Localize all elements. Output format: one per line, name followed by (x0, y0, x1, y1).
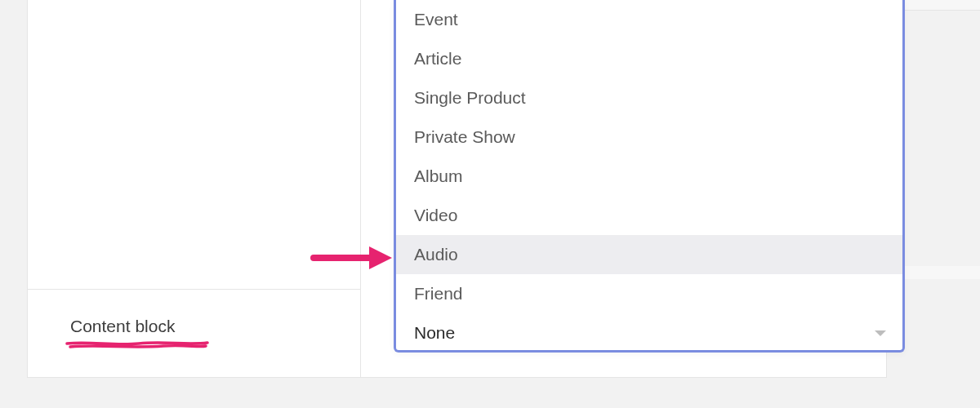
annotation-arrow-icon (310, 242, 395, 274)
chevron-down-icon (875, 330, 886, 336)
dropdown-option[interactable]: Video (396, 196, 902, 235)
dropdown-option[interactable]: Private Show (396, 118, 902, 157)
form-panel: Content block EventArticleSingle Product… (27, 0, 887, 378)
row-divider (28, 289, 360, 290)
dropdown-selected-row[interactable]: None (396, 313, 902, 353)
form-left-column: Content block (28, 0, 361, 377)
dropdown-option[interactable]: Single Product (396, 78, 902, 118)
dropdown-option[interactable]: Event (396, 0, 902, 39)
content-block-label: Content block (70, 317, 175, 336)
annotation-underline (65, 339, 209, 349)
dropdown-option[interactable]: Audio (396, 235, 902, 274)
dropdown-options-list: EventArticleSingle ProductPrivate ShowAl… (396, 0, 902, 313)
content-type-dropdown[interactable]: EventArticleSingle ProductPrivate ShowAl… (394, 0, 905, 353)
dropdown-option[interactable]: Album (396, 157, 902, 196)
dropdown-option[interactable]: Article (396, 39, 902, 78)
dropdown-option[interactable]: Friend (396, 274, 902, 313)
dropdown-selected-value: None (414, 323, 455, 343)
